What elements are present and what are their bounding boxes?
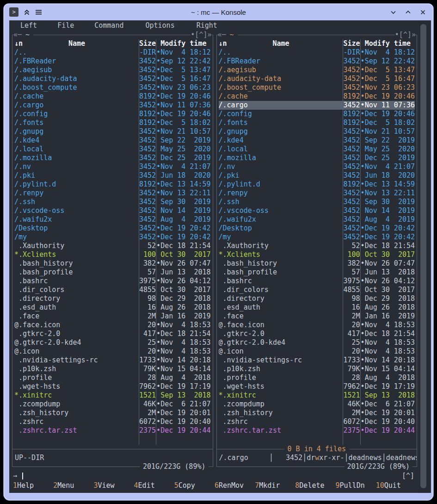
file-row[interactable]: .face2M Jan 16 2019 (14, 312, 211, 321)
file-row[interactable]: /.audacity-data3452•Dec 5 16:47 (219, 75, 415, 83)
file-row[interactable]: /.gnupg3452•Nov 21 10:57 (14, 127, 211, 136)
file-row[interactable]: /my3452•Dec 19 20:42 (219, 233, 415, 242)
file-row[interactable]: /.FBReader3452•Sep 12 22:42 (14, 57, 211, 66)
file-row[interactable]: /.audacity-data3452•Dec 5 16:47 (14, 75, 211, 83)
size-column-header[interactable]: Size (139, 39, 156, 48)
menu-item-options[interactable]: Options (145, 20, 174, 31)
file-row[interactable]: /.FBReader3452•Sep 12 22:42 (219, 57, 415, 66)
file-row[interactable]: /.fonts8192•Dec 5 18:02 (219, 118, 415, 127)
file-row[interactable]: /.vscode-oss3452 Nov 14 2019 (14, 206, 211, 215)
history-marker[interactable]: «─ (218, 31, 226, 39)
file-row[interactable]: /.kde43452 Sep 22 2019 (219, 136, 415, 145)
file-row[interactable]: /.nv3452•Nov 4 21:07 (14, 162, 211, 171)
file-row[interactable]: /.boost_compute3452•Nov 23 06:23 (219, 83, 415, 92)
file-row[interactable]: *.xinitrc1521 Sep 13 2018 (219, 391, 415, 400)
file-row[interactable]: .bash_history382•Nov 26 07:47 (219, 259, 415, 268)
file-row[interactable]: /..-DIR•Nov 4 18:12 (219, 48, 415, 57)
file-row[interactable]: /.ssh3452 Sep 30 2019 (219, 198, 415, 206)
file-row[interactable]: /.waifu2x3452 Aug 4 2019 (14, 215, 211, 224)
file-row[interactable]: .zshrc.tar.zst2375•Dec 19 20:44 (14, 426, 211, 435)
updir-marker[interactable]: •[^]» (395, 31, 416, 39)
menu-item-file[interactable]: File (57, 20, 74, 31)
file-row[interactable]: @.face.icon20•Nov 4 18:53 (219, 321, 415, 330)
file-row[interactable]: .Xauthority52•Dec 18 21:54 (14, 242, 211, 250)
file-row[interactable]: .gtkrc-2.0417•Dec 18 21:54 (14, 330, 211, 338)
fkey-mkdir[interactable]: 7Mkdir (255, 480, 295, 491)
file-row[interactable]: /.pki3452 Jun 18 2020 (14, 171, 211, 180)
command-line[interactable]: → [^] (11, 471, 418, 480)
updir-corner-marker[interactable]: [^] (402, 472, 414, 480)
file-row[interactable]: /.pylint.d8192•Dec 13 14:59 (14, 180, 211, 189)
maximize-button[interactable] (405, 9, 411, 15)
file-row[interactable]: /.local3452 May 25 2020 (219, 145, 415, 154)
fkey-menu[interactable]: 2Menu (53, 480, 93, 491)
file-row[interactable]: .dir_colors4855 Oct 30 2017 (219, 286, 415, 294)
file-row[interactable]: /Desktop3452•Dec 19 20:42 (219, 224, 415, 233)
file-row[interactable]: @.gtkrc-2.0-kde425•Nov 4 18:53 (14, 338, 211, 347)
fkey-renmov[interactable]: 6RenMov (215, 480, 255, 491)
menu-item-left[interactable]: Left (20, 20, 37, 31)
file-row[interactable]: /.cargo3452•Nov 11 07:36 (219, 101, 415, 110)
file-row[interactable]: /.mozilla3452 Dec 25 2019 (14, 154, 211, 162)
hamburger-menu-icon[interactable] (35, 9, 42, 15)
file-row[interactable]: /.gnupg3452•Nov 21 10:57 (219, 127, 415, 136)
file-row[interactable]: /.boost_compute3452•Nov 23 06:23 (14, 83, 211, 92)
file-row[interactable]: /my3452•Dec 19 20:42 (14, 233, 211, 242)
file-row[interactable]: *.Xclients100 Oct 30 2017 (219, 250, 415, 259)
file-row[interactable]: .nvidia-settings-rc1733•Nov 14 20:18 (14, 356, 211, 365)
file-row[interactable]: .zshrc6072•Dec 19 20:40 (219, 417, 415, 426)
file-row[interactable]: *.Xclients100 Oct 30 2017 (14, 250, 211, 259)
scrollbar[interactable] (419, 20, 431, 493)
file-row[interactable]: /.kde43452 Sep 22 2019 (14, 136, 211, 145)
keep-above-icon[interactable] (24, 9, 30, 15)
file-row[interactable]: .bash_profile57 Jun 13 2018 (219, 268, 415, 277)
file-row[interactable]: /.renpy3452•Nov 13 22:11 (219, 189, 415, 198)
file-row[interactable]: .bash_history382•Nov 26 07:47 (14, 259, 211, 268)
file-row[interactable]: @.icon20•Nov 4 18:53 (219, 347, 415, 356)
file-row[interactable]: *.xinitrc1521 Sep 13 2018 (14, 391, 211, 400)
file-row[interactable]: .zcompdump46K•Dec 6 21:07 (14, 400, 211, 409)
file-row[interactable]: .profile28 Aug 4 2018 (219, 373, 415, 382)
file-row[interactable]: /.waifu2x3452 Aug 4 2019 (219, 215, 415, 224)
file-row[interactable]: .wget-hsts7962•Dec 19 17:19 (219, 382, 415, 391)
file-row[interactable]: .dir_colors4855 Oct 30 2017 (14, 286, 211, 294)
scrollbar-thumb[interactable] (420, 24, 426, 488)
fkey-edit[interactable]: 4Edit (134, 480, 174, 491)
mtime-column-header[interactable]: Modify time (156, 39, 210, 48)
file-row[interactable]: .zsh_history2M•Dec 19 20:01 (14, 409, 211, 417)
file-row[interactable]: .zcompdump46K•Dec 6 21:07 (219, 400, 415, 409)
file-row[interactable]: .zshrc6072•Dec 19 20:40 (14, 417, 211, 426)
name-column-header[interactable]: ↓n Name (14, 39, 139, 48)
file-row[interactable]: /.local3452 May 25 2020 (14, 145, 211, 154)
file-row[interactable]: .wget-hsts7962•Dec 19 17:19 (14, 382, 211, 391)
file-row[interactable]: .esd_auth16 Aug 26 2018 (219, 303, 415, 312)
fkey-copy[interactable]: 5Copy (174, 480, 215, 491)
file-row[interactable]: .directory98 Dec 29 2018 (219, 294, 415, 303)
file-row[interactable]: /.pki3452 Jun 18 2020 (219, 171, 415, 180)
title-bar[interactable]: > ~ : mc — Konsole (4, 4, 433, 20)
fkey-quit[interactable]: 10Quit (376, 480, 416, 491)
fkey-help[interactable]: 1Help (13, 480, 53, 491)
file-row[interactable]: .profile28 Aug 4 2018 (14, 373, 211, 382)
file-row[interactable]: /.config8192•Dec 19 20:46 (219, 110, 415, 118)
file-row[interactable]: .face2M Jan 16 2019 (219, 312, 415, 321)
fkey-pulldn[interactable]: 9PullDn (336, 480, 376, 491)
file-row[interactable]: .bashrc3975•Nov 26 04:12 (14, 277, 211, 286)
menu-item-right[interactable]: Right (197, 20, 217, 31)
mtime-column-header[interactable]: Modify time (361, 39, 415, 48)
file-row[interactable]: /.aegisub3452•Dec 5 13:47 (14, 66, 211, 75)
file-row[interactable]: /.config8192•Dec 19 20:46 (14, 110, 211, 118)
fkey-view[interactable]: 3View (93, 480, 134, 491)
file-row[interactable]: .bash_profile57 Jun 13 2018 (14, 268, 211, 277)
file-row[interactable]: /.mozilla3452 Dec 25 2019 (219, 154, 415, 162)
file-row[interactable]: .Xauthority52•Dec 18 21:54 (219, 242, 415, 250)
file-row[interactable]: /..-DIR•Nov 4 18:12 (14, 48, 211, 57)
file-row[interactable]: /Desktop3452•Dec 19 20:42 (14, 224, 211, 233)
file-row[interactable]: .esd_auth16 Aug 26 2018 (14, 303, 211, 312)
file-row[interactable]: /.aegisub3452•Dec 5 13:47 (219, 66, 415, 75)
file-row[interactable]: @.gtkrc-2.0-kde425•Nov 4 18:53 (219, 338, 415, 347)
file-row[interactable]: /.renpy3452•Nov 13 22:11 (14, 189, 211, 198)
file-row[interactable]: /.pylint.d8192•Dec 13 14:59 (219, 180, 415, 189)
file-row[interactable]: .zshrc.tar.zst2375•Dec 19 20:44 (219, 426, 415, 435)
minimize-button[interactable] (390, 9, 396, 15)
